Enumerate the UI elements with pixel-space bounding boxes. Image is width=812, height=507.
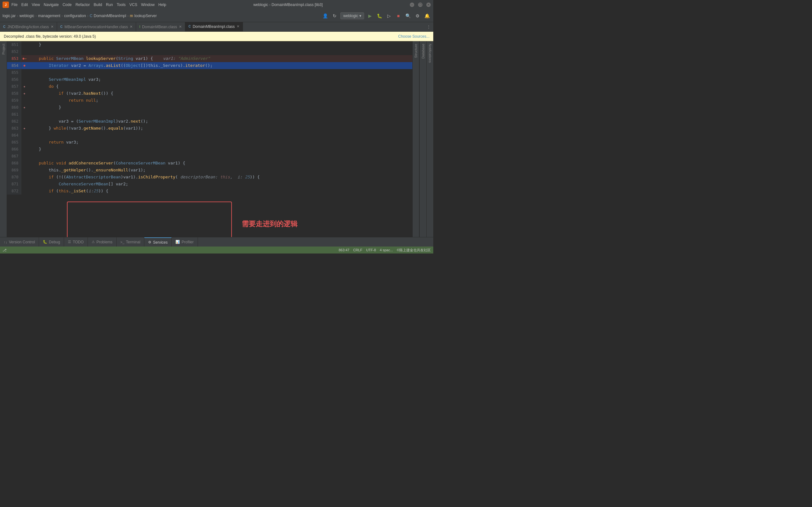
breadcrumb-class-name[interactable]: DomainMBeanImpl — [94, 14, 126, 18]
profiler-icon: 📊 — [175, 240, 180, 244]
tab-close-mbean[interactable]: ✕ — [130, 25, 133, 29]
bottom-tab-problems[interactable]: ⚠ Problems — [88, 237, 117, 246]
debug-button[interactable]: 🐛 — [375, 12, 383, 20]
status-position[interactable]: 863:47 — [339, 248, 350, 252]
bottom-tab-todo[interactable]: ☰ TODO — [64, 237, 88, 246]
tab-domainmbean[interactable]: I DomainMBean.class ✕ — [136, 22, 185, 32]
breadcrumb-pkg1[interactable]: weblogic — [19, 14, 34, 18]
bottom-tab-terminal[interactable]: >_ Terminal — [117, 237, 145, 246]
update-button[interactable]: 🔔 — [423, 12, 431, 20]
line-content-860: } — [28, 104, 412, 111]
bottom-tab-vcs[interactable]: ↑↓ Version Control — [0, 237, 39, 246]
structure-panel-label[interactable]: Structure — [414, 41, 418, 60]
diamond-858: ◆ — [23, 90, 25, 97]
tab-label-domainmbanimpl: DomainMBeanImpl.class — [193, 24, 235, 29]
code-line-859: 859 return null; — [7, 97, 412, 104]
line-num-861: 861 — [7, 111, 21, 118]
tab-mbean[interactable]: C MBeanServerInvocationHandler.class ✕ — [57, 22, 136, 32]
tabs-more-button[interactable]: ⋮ — [424, 22, 433, 32]
line-content-868: public void addCoherenceServer(Coherence… — [28, 160, 412, 167]
vcs-update-icon[interactable]: ↻ — [331, 12, 339, 20]
tab-domainmbanimpl[interactable]: C DomainMBeanImpl.class ✕ — [185, 22, 243, 32]
breadcrumb-jar: logic.jar — [3, 14, 15, 18]
code-line-857: 857 ◆ do { — [7, 83, 412, 90]
menu-tools[interactable]: Tools — [117, 3, 125, 7]
coverage-button[interactable]: ▷ — [385, 12, 393, 20]
tab-close-jndi[interactable]: ✕ — [51, 25, 54, 29]
menu-run[interactable]: Run — [106, 3, 113, 7]
breadcrumb-pkg3[interactable]: configuration — [64, 14, 86, 18]
tab-jndi[interactable]: C JNDIBindingAction.class ✕ — [0, 22, 57, 32]
bottom-tab-services[interactable]: ⚙ Services — [144, 237, 171, 246]
line-num-859: 859 — [7, 97, 21, 104]
menu-file[interactable]: File — [11, 3, 17, 7]
tab-icon-domainmbanimpl: C — [189, 25, 191, 28]
search-button[interactable]: 🔍 — [404, 12, 412, 20]
code-line-872: 872 if (this._isSet(i:25)) { — [7, 187, 412, 194]
menu-navigate[interactable]: Navigate — [44, 3, 59, 7]
status-encoding[interactable]: UTF-8 — [366, 248, 376, 252]
annotation-box — [67, 202, 232, 237]
status-line-ending[interactable]: CRLF — [353, 248, 362, 252]
code-line-871: 871 CoherenceServerMBean[] var2; — [7, 181, 412, 187]
breadcrumb-sep5: › — [128, 14, 129, 18]
tab-close-domainmbanimpl[interactable]: ✕ — [237, 24, 240, 29]
code-line-868: 868 public void addCoherenceServer(Coher… — [7, 160, 412, 167]
line-num-857: 857 — [7, 83, 21, 90]
code-editor[interactable]: 851 } 852 853 ● — [7, 41, 412, 237]
gutter-858: ◆ — [21, 90, 28, 97]
status-community: ©陈上捷金仓共友社区 — [397, 248, 431, 252]
tab-close-domainmbean[interactable]: ✕ — [179, 25, 182, 29]
line-content-861 — [28, 111, 412, 118]
breadcrumb-method-name[interactable]: lookupServer — [135, 14, 157, 18]
breadcrumb-pkg2[interactable]: management — [38, 14, 60, 18]
bottom-tab-debug[interactable]: 🐛 Debug — [39, 237, 64, 246]
breadcrumb-sep4: › — [87, 14, 89, 18]
code-line-860: 860 ◆ } — [7, 104, 412, 111]
line-num-858: 858 — [7, 90, 21, 97]
restore-button[interactable]: ❐ — [418, 3, 422, 7]
database-panel-label[interactable]: Database — [421, 41, 425, 61]
gutter-856 — [21, 76, 28, 83]
run-config[interactable]: weblogic ▾ — [340, 12, 364, 19]
settings-button[interactable]: ⚙ — [414, 12, 421, 20]
menu-edit[interactable]: Edit — [21, 3, 28, 7]
bottom-tab-profiler[interactable]: 📊 Profiler — [171, 237, 198, 246]
choose-sources-link[interactable]: Choose Sources... — [398, 34, 429, 39]
user-icon[interactable]: 👤 — [321, 12, 329, 20]
notifications-panel-label[interactable]: Notifications — [428, 41, 432, 65]
code-line-851: 851 } — [7, 41, 412, 48]
line-num-867: 867 — [7, 153, 21, 160]
gutter-865 — [21, 139, 28, 146]
menu-code[interactable]: Code — [62, 3, 72, 7]
line-content-854: Iterator var2 = Arrays.asList((Object[])… — [28, 62, 412, 69]
line-num-866: 866 — [7, 146, 21, 153]
code-line-865: 865 return var3; — [7, 139, 412, 146]
menu-view[interactable]: View — [32, 3, 40, 7]
stop-button[interactable]: ■ — [395, 12, 402, 20]
gutter-870 — [21, 174, 28, 181]
line-content-857: do { — [28, 83, 412, 90]
tab-label-mbean: MBeanServerInvocationHandler.class — [64, 25, 128, 29]
menu-refactor[interactable]: Refactor — [75, 3, 90, 7]
menu-vcs[interactable]: VCS — [130, 3, 137, 7]
debug-tab-icon: 🐛 — [43, 240, 47, 244]
menu-window[interactable]: Window — [141, 3, 155, 7]
debug-label: Debug — [49, 240, 60, 244]
line-num-856: 856 — [7, 76, 21, 83]
project-panel-label[interactable]: Project — [2, 41, 5, 57]
code-line-870: 870 if (!((AbstractDescriptorBean)var1).… — [7, 174, 412, 181]
line-num-863: 863 — [7, 125, 21, 132]
menu-help[interactable]: Help — [158, 3, 166, 7]
code-line-867: 867 — [7, 153, 412, 160]
status-indent[interactable]: 4 spac... — [380, 248, 393, 252]
gutter-859 — [21, 97, 28, 104]
line-num-853: 853 — [7, 55, 21, 62]
menu-build[interactable]: Build — [94, 3, 102, 7]
run-button[interactable]: ▶ — [366, 12, 374, 20]
gutter-862 — [21, 118, 28, 125]
minimize-button[interactable]: ─ — [410, 3, 414, 7]
line-num-870: 870 — [7, 174, 21, 181]
gutter-860: ◆ — [21, 104, 28, 111]
close-button[interactable]: ✕ — [426, 3, 431, 7]
